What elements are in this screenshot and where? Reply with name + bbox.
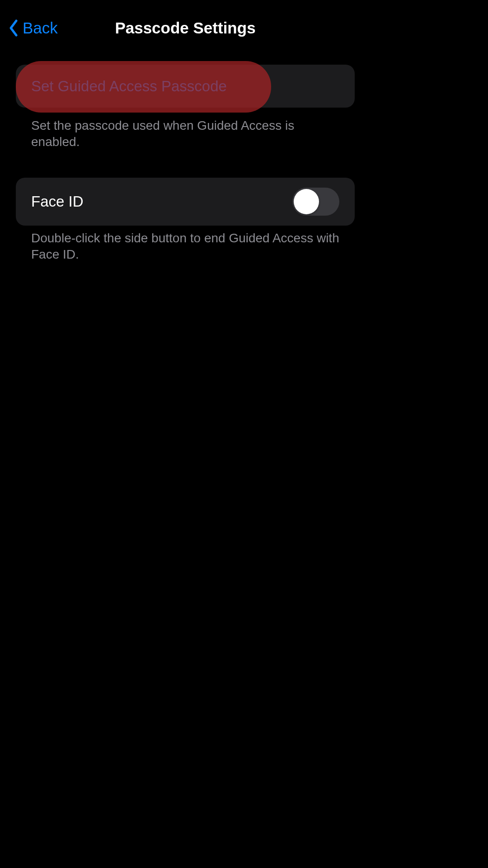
face-id-toggle[interactable] — [292, 188, 339, 216]
set-guided-access-passcode-button[interactable]: Set Guided Access Passcode — [16, 65, 355, 108]
chevron-left-icon — [8, 19, 19, 37]
set-passcode-footer: Set the passcode used when Guided Access… — [16, 113, 355, 151]
face-id-footer: Double-click the side button to end Guid… — [16, 226, 355, 263]
toggle-knob — [294, 189, 319, 214]
content: Set Guided Access Passcode Set the passc… — [0, 49, 371, 263]
set-passcode-label: Set Guided Access Passcode — [31, 78, 227, 95]
face-id-label: Face ID — [31, 193, 84, 210]
face-id-group: Face ID Double-click the side button to … — [16, 178, 355, 263]
face-id-row: Face ID — [16, 178, 355, 226]
navigation-bar: Back Passcode Settings — [0, 0, 371, 49]
set-passcode-group: Set Guided Access Passcode Set the passc… — [16, 65, 355, 151]
back-button[interactable]: Back — [8, 19, 58, 37]
back-label: Back — [23, 19, 58, 37]
